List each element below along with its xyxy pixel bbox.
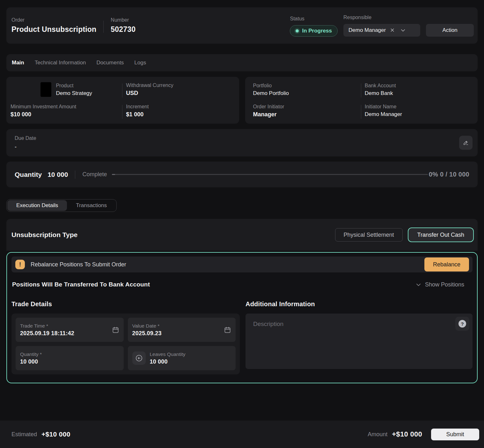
quantity-value: 10 000	[48, 171, 68, 178]
minimum-investment-label: Minimum Investment Amount	[11, 104, 122, 110]
order-initiator-label: Order Initiator	[253, 104, 361, 110]
close-icon[interactable]	[390, 27, 395, 33]
trade-details-card: Trade Time * 2025.09.19 18:11:42	[11, 314, 240, 374]
tab-main[interactable]: Main	[12, 60, 24, 66]
transfer-out-cash-button[interactable]: Transfer Out Cash	[408, 228, 474, 242]
order-page: Order Product Unsubscription Number 5027…	[0, 0, 484, 448]
show-positions-toggle[interactable]: Show Positions	[415, 281, 464, 288]
tab-logs[interactable]: Logs	[134, 60, 146, 66]
due-date-label: Due Date	[15, 135, 36, 141]
tab-execution-details[interactable]: Execution Details	[7, 200, 67, 211]
status-dot-icon	[296, 29, 299, 33]
transfer-out-cash-section: ! Rebalance Positions To Submit Order Re…	[6, 252, 478, 383]
rebalance-alert: ! Rebalance Positions To Submit Order Re…	[11, 257, 473, 272]
product-label: Product	[56, 83, 92, 89]
warning-icon: !	[15, 260, 25, 269]
execution-tabs: Execution Details Transactions	[6, 199, 117, 212]
trade-time-label: Trade Time *	[20, 323, 109, 329]
chevron-down-icon[interactable]	[400, 27, 406, 33]
unsubscription-type-options: Physical Settlement Transfer Out Cash	[335, 228, 474, 242]
positions-title: Positions Will Be Transferred To Bank Ac…	[12, 281, 150, 288]
value-date-label: Value Date *	[132, 323, 222, 329]
minimum-investment-cell: Minimum Investment Amount $10 000	[11, 103, 122, 119]
submit-button[interactable]: Submit	[431, 429, 479, 440]
value-date-field[interactable]: Value Date * 2025.09.23	[128, 318, 236, 342]
unsubscription-type-title: Unsubscription Type	[11, 231, 77, 239]
bank-account-label: Bank Account	[365, 83, 473, 89]
number-field: Number 502730	[111, 17, 136, 34]
responsible-label: Responsible	[343, 15, 420, 20]
withdrawal-currency-value: USD	[126, 90, 234, 97]
trade-time-field[interactable]: Trade Time * 2025.09.19 18:11:42	[16, 318, 124, 342]
due-date-value: -	[15, 144, 36, 150]
status-badge: In Progress	[290, 25, 338, 37]
responsible-value: Demo Manager	[348, 27, 386, 33]
tab-transactions[interactable]: Transactions	[67, 200, 116, 211]
progress-bar-fill	[112, 174, 115, 175]
page-content: Order Product Unsubscription Number 5027…	[0, 0, 484, 383]
product-cell: Product Demo Strategy	[11, 82, 122, 98]
trade-details-title: Trade Details	[11, 300, 240, 308]
minimum-investment-value: $10 000	[11, 111, 122, 118]
responsible-select[interactable]: Demo Manager	[343, 24, 420, 37]
trade-details-column: Trade Details Trade Time * 2025.09.19 18…	[11, 300, 240, 374]
calendar-icon[interactable]	[112, 326, 119, 334]
footer-bar: Estimated +$10 000 Amount +$10 000 Submi…	[0, 421, 484, 448]
estimated-value: +$10 000	[41, 430, 70, 438]
action-button[interactable]: Action	[426, 24, 474, 37]
footer-right: Amount +$10 000 Submit	[368, 429, 479, 440]
physical-settlement-button[interactable]: Physical Settlement	[335, 228, 403, 242]
leaves-quantity-field: Leaves Quantity 10 000	[128, 346, 236, 370]
question-mark-icon: ?	[458, 320, 466, 328]
edit-due-date-button[interactable]	[459, 136, 473, 150]
product-info-card: Product Demo Strategy Withdrawal Currenc…	[6, 77, 239, 124]
positions-row: Positions Will Be Transferred To Bank Ac…	[11, 281, 464, 288]
number-label: Number	[111, 17, 136, 23]
portfolio-label: Portfolio	[253, 83, 361, 89]
header-right: Status In Progress Responsible Demo Mana…	[290, 15, 474, 37]
portfolio-value: Demo Portfolio	[253, 90, 361, 97]
description-help-button[interactable]: ?	[455, 317, 469, 331]
main-tabs-bar: Main Technical Information Documents Log…	[6, 54, 478, 71]
increment-label: Increment	[126, 104, 234, 110]
additional-information-column: Additional Information ?	[246, 300, 473, 374]
initiator-name-label: Initiator Name	[365, 104, 473, 110]
rebalance-message: Rebalance Positions To Submit Order	[31, 261, 126, 268]
quantity-field[interactable]: Quantity * 10 000	[16, 346, 124, 370]
increment-cell: Increment $1 000	[122, 103, 234, 119]
withdrawal-currency-label: Withdrawal Currency	[126, 83, 234, 88]
product-thumbnail	[40, 82, 51, 97]
order-field: Order Product Unsubscription	[11, 17, 96, 34]
header-divider	[103, 21, 104, 33]
progress-text: 0% 0 / 10 000	[429, 171, 469, 178]
description-box: ?	[246, 314, 473, 369]
trade-time-value: 2025.09.19 18:11:42	[20, 330, 109, 337]
calendar-icon[interactable]	[224, 326, 231, 334]
bank-account-value: Demo Bank	[365, 90, 473, 97]
quantity-progress-card: Quantity 10 000 Complete 0% 0 / 10 000	[6, 162, 478, 187]
order-initiator-cell: Order Initiator Manager	[249, 103, 361, 119]
rebalance-button[interactable]: Rebalance	[424, 257, 469, 271]
status-label: Status	[290, 16, 338, 22]
tab-documents[interactable]: Documents	[96, 60, 124, 66]
complete-label: Complete	[82, 171, 107, 178]
status-value: In Progress	[302, 28, 332, 34]
due-date-card: Due Date -	[6, 129, 478, 156]
portfolio-info-card: Portfolio Demo Portfolio Bank Account De…	[245, 77, 478, 124]
bank-account-cell: Bank Account Demo Bank	[361, 82, 473, 98]
quantity-field-label: Quantity *	[20, 351, 119, 357]
tab-technical-information[interactable]: Technical Information	[35, 60, 86, 66]
description-input[interactable]	[246, 314, 473, 369]
estimated-label: Estimated	[11, 431, 37, 438]
show-positions-label: Show Positions	[425, 281, 464, 288]
leaves-quantity-label: Leaves Quantity	[150, 351, 231, 357]
status-block: Status In Progress	[290, 16, 338, 37]
quantity-field-value: 10 000	[20, 358, 119, 365]
value-date-value: 2025.09.23	[132, 330, 222, 337]
additional-information-title: Additional Information	[246, 300, 473, 308]
unsubscription-type-card: Unsubscription Type Physical Settlement …	[6, 219, 478, 251]
copy-leaves-quantity-button[interactable]	[132, 351, 146, 365]
chevron-down-icon	[415, 282, 422, 288]
quantity-divider	[75, 170, 75, 179]
initiator-name-value: Demo Manager	[365, 111, 473, 118]
